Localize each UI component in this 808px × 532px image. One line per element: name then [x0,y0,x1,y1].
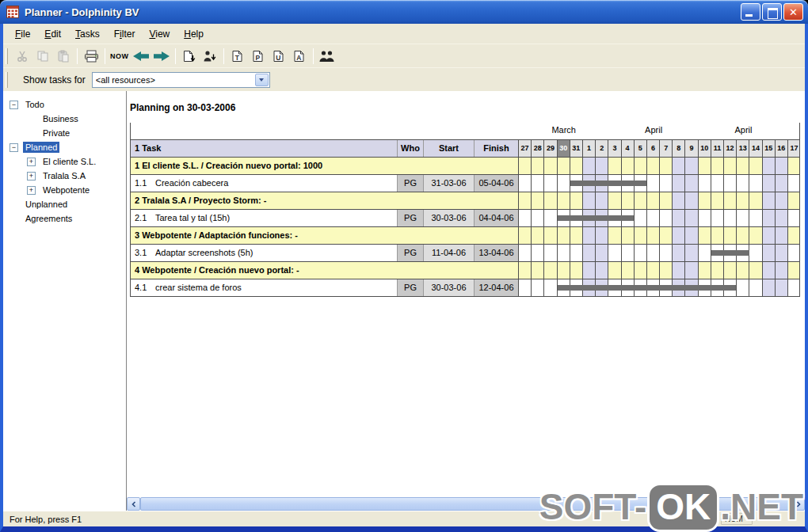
weekend-cell [583,158,596,174]
menu-item-filter[interactable]: Filter [107,25,143,43]
weekend-cell [596,245,608,261]
expand-icon[interactable]: + [27,158,36,166]
day-cell [711,227,724,244]
day-cell [622,192,635,209]
collapse-icon[interactable]: − [10,143,18,152]
sidebar-item-tralala-s-a[interactable]: +Tralala S.A [3,169,126,183]
gantt-bar[interactable] [711,250,749,256]
task-row[interactable]: 2.1Tarea tal y tal (15h)PG30-03-0604-04-… [131,209,799,226]
group-row[interactable]: 3 Webpotente / Adaptación funciones: - [131,226,799,244]
gantt-bar[interactable] [558,285,737,291]
maximize-button[interactable] [762,3,782,21]
back-arrow-icon[interactable] [131,47,151,66]
copy-icon[interactable] [32,47,53,66]
toolbar-separator [175,48,176,64]
resources-dropdown[interactable]: <all resources> [92,72,270,88]
day-cell [608,262,621,279]
weekend-cell [673,245,685,261]
day-cell [635,245,647,261]
day-cell [749,279,762,296]
day-cell [544,245,557,261]
group-row[interactable]: 2 Tralala S.A / Proyecto Storm: - [131,192,799,209]
day-cell [647,210,660,226]
task-row[interactable]: 1.1Creación cabeceraPG31-03-0605-04-06 [131,174,799,192]
task-start-cell: 11-04-06 [424,245,475,261]
day-header: 7 [660,140,673,157]
day-header-today: 30 [558,140,570,157]
resources-view-icon[interactable] [317,47,337,66]
todo-view-icon[interactable]: T [227,47,248,66]
menu-item-edit[interactable]: Edit [37,25,68,43]
paste-icon[interactable] [53,47,74,66]
group-row[interactable]: 4 Webpotente / Creación nuevo portal: - [131,261,799,279]
sidebar-item-label: El cliente S.L. [40,156,98,167]
dropdown-arrow-icon[interactable] [255,74,269,86]
new-task-icon[interactable] [179,47,200,66]
weekend-cell [685,245,698,261]
new-resource-icon[interactable] [200,47,220,66]
scroll-right-button[interactable] [791,497,805,511]
task-name-cell: 4.1crear sistema de foros [131,279,398,296]
expand-icon[interactable]: + [27,186,36,195]
sidebar-item-agreements[interactable]: Agreements [3,211,126,226]
day-header: 14 [749,140,762,157]
finish-column-header: Finish [475,140,518,157]
task-row[interactable]: 4.1crear sistema de forosPG30-03-0612-04… [131,279,799,296]
minimize-button[interactable] [741,3,760,21]
planned-view-icon[interactable]: P [248,47,269,66]
sidebar-item-private[interactable]: Private [3,126,126,140]
sidebar-item-el-cliente-s-l-[interactable]: +El cliente S.L. [3,154,126,169]
day-cell [749,210,762,226]
day-cell [749,227,762,244]
day-cell [788,192,799,209]
day-cell [532,175,544,192]
day-cell [608,158,621,174]
day-cell [544,175,557,192]
unplanned-view-icon[interactable]: U [269,47,289,66]
window-title: Planner - Dolphinity BV [25,6,741,18]
day-cell [660,227,673,244]
day-cell [570,262,583,279]
menu-item-file[interactable]: File [8,25,37,43]
collapse-icon[interactable]: − [10,101,18,109]
gantt-bar[interactable] [558,215,634,221]
menu-item-help[interactable]: Help [177,25,211,43]
day-cell [519,262,532,279]
group-row[interactable]: 1 El cliente S.L. / Creación nuevo porta… [131,157,799,174]
day-cell [749,262,762,279]
sidebar-item-business[interactable]: Business [3,112,126,126]
expand-icon[interactable]: + [27,172,36,180]
forward-arrow-icon[interactable] [151,47,172,66]
agreements-view-icon[interactable]: A [289,47,310,66]
sidebar-item-todo[interactable]: −Todo [3,97,126,112]
now-button[interactable]: NOW [109,47,131,66]
day-cell [660,210,673,226]
weekend-cell [685,262,698,279]
day-cell [647,262,660,279]
close-button[interactable] [783,3,803,21]
toolbar-separator [77,48,78,64]
weekend-cell [673,210,685,226]
scroll-left-button[interactable] [127,497,140,511]
day-cell [570,245,583,261]
print-icon[interactable] [81,47,101,66]
svg-text:U: U [276,53,280,61]
cut-icon[interactable] [12,47,32,66]
task-row[interactable]: 3.1Adaptar screenshots (5h)PG11-04-0613-… [131,244,799,261]
day-cell [635,227,647,244]
start-column-header: Start [424,140,475,157]
scrollbar-thumb[interactable] [140,497,791,511]
menu-item-tasks[interactable]: Tasks [68,25,107,43]
sidebar-item-planned[interactable]: −Planned [3,140,126,154]
sidebar-item-unplanned[interactable]: Unplanned [3,197,126,211]
sidebar-item-webpotente[interactable]: +Webpotente [3,183,126,197]
day-cell [622,158,635,174]
titlebar[interactable]: Planner - Dolphinity BV [0,0,808,24]
gantt-bar[interactable] [570,180,646,186]
gantt-day-cells [518,245,799,261]
menu-item-view[interactable]: View [142,25,177,43]
horizontal-scrollbar[interactable] [127,497,805,511]
day-header: 13 [737,140,749,157]
weekend-cell [685,227,698,244]
now-button-label: NOW [110,52,129,60]
